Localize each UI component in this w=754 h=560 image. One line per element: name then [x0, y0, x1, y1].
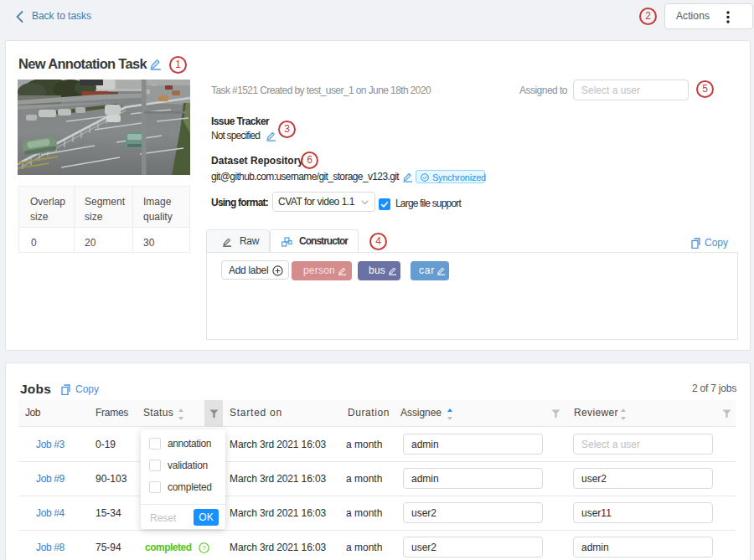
- svg-text:?: ?: [202, 544, 206, 552]
